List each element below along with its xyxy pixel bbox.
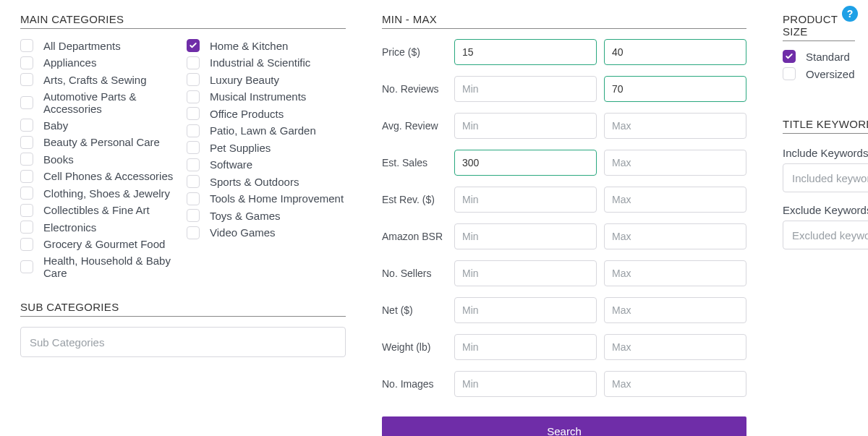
category-sports-outdoors[interactable]: Sports & Outdoors bbox=[187, 175, 346, 188]
category-electronics[interactable]: Electronics bbox=[20, 221, 179, 234]
category-software-label: Software bbox=[210, 158, 252, 171]
range-min-avg-review[interactable] bbox=[454, 113, 597, 139]
range-max-est-rev[interactable] bbox=[604, 187, 746, 213]
category-health-household-baby-care[interactable]: Health, Household & Baby Care bbox=[20, 255, 179, 279]
category-luxury-beauty[interactable]: Luxury Beauty bbox=[187, 73, 346, 86]
category-office-products[interactable]: Office Products bbox=[187, 107, 346, 120]
category-industrial-scientific-checkbox[interactable] bbox=[187, 56, 200, 69]
category-pet-supplies-checkbox[interactable] bbox=[187, 141, 200, 154]
range-max-weight-lb[interactable] bbox=[604, 334, 746, 360]
category-electronics-label: Electronics bbox=[43, 221, 96, 234]
category-musical-instruments-checkbox[interactable] bbox=[187, 90, 200, 103]
category-pet-supplies[interactable]: Pet Supplies bbox=[187, 141, 346, 154]
category-beauty-personal-care-label: Beauty & Personal Care bbox=[43, 136, 160, 148]
category-patio-lawn-garden-checkbox[interactable] bbox=[187, 124, 200, 137]
range-min-net[interactable] bbox=[454, 297, 597, 323]
category-health-household-baby-care-checkbox[interactable] bbox=[20, 260, 33, 273]
category-home-kitchen-checkbox[interactable] bbox=[187, 39, 200, 52]
category-grocery-gourmet-food-checkbox[interactable] bbox=[20, 238, 33, 251]
range-max-no-sellers[interactable] bbox=[604, 260, 746, 286]
category-arts-crafts-sewing-checkbox[interactable] bbox=[20, 73, 33, 86]
range-max-no-images[interactable] bbox=[604, 371, 746, 397]
category-home-kitchen-label: Home & Kitchen bbox=[210, 40, 288, 52]
category-patio-lawn-garden[interactable]: Patio, Lawn & Garden bbox=[187, 124, 346, 137]
category-baby-checkbox[interactable] bbox=[20, 119, 33, 132]
range-max-avg-review[interactable] bbox=[604, 113, 746, 139]
category-automotive-parts-accessories-checkbox[interactable] bbox=[20, 96, 33, 109]
range-label-est-rev: Est Rev. ($) bbox=[382, 194, 447, 205]
range-min-no-images[interactable] bbox=[454, 371, 597, 397]
sub-categories-input[interactable] bbox=[20, 327, 346, 357]
range-min-no-reviews[interactable] bbox=[454, 76, 597, 102]
range-min-est-rev[interactable] bbox=[454, 187, 597, 213]
range-min-est-sales[interactable] bbox=[454, 150, 597, 176]
product-size-standard-checkbox[interactable] bbox=[783, 50, 796, 63]
range-min-amazon-bsr[interactable] bbox=[454, 223, 597, 249]
category-beauty-personal-care[interactable]: Beauty & Personal Care bbox=[20, 136, 179, 149]
title-keywords-title: TITLE KEYWORDS bbox=[783, 118, 868, 134]
category-books-checkbox[interactable] bbox=[20, 153, 33, 166]
range-min-weight-lb[interactable] bbox=[454, 334, 597, 360]
category-clothing-shoes-jewelry[interactable]: Clothing, Shoes & Jewelry bbox=[20, 187, 179, 200]
category-tools-home-improvement-label: Tools & Home Improvement bbox=[210, 192, 344, 205]
range-row-avg-review: Avg. Review bbox=[382, 113, 746, 139]
category-office-products-checkbox[interactable] bbox=[187, 107, 200, 120]
category-appliances[interactable]: Appliances bbox=[20, 56, 179, 69]
category-clothing-shoes-jewelry-checkbox[interactable] bbox=[20, 187, 33, 200]
category-sports-outdoors-label: Sports & Outdoors bbox=[210, 176, 299, 188]
range-max-net[interactable] bbox=[604, 297, 746, 323]
category-beauty-personal-care-checkbox[interactable] bbox=[20, 136, 33, 149]
category-grocery-gourmet-food[interactable]: Grocery & Gourmet Food bbox=[20, 238, 179, 251]
range-row-amazon-bsr: Amazon BSR bbox=[382, 223, 746, 249]
range-label-no-images: No. Images bbox=[382, 378, 447, 390]
category-tools-home-improvement[interactable]: Tools & Home Improvement bbox=[187, 192, 346, 205]
category-electronics-checkbox[interactable] bbox=[20, 221, 33, 234]
category-home-kitchen[interactable]: Home & Kitchen bbox=[187, 39, 346, 52]
category-arts-crafts-sewing[interactable]: Arts, Crafts & Sewing bbox=[20, 73, 179, 86]
category-appliances-checkbox[interactable] bbox=[20, 56, 33, 69]
category-industrial-scientific[interactable]: Industrial & Scientific bbox=[187, 56, 346, 69]
range-min-price[interactable] bbox=[454, 39, 597, 65]
category-tools-home-improvement-checkbox[interactable] bbox=[187, 192, 200, 205]
product-size-standard[interactable]: Standard bbox=[783, 50, 855, 63]
category-cell-phones-accessories-checkbox[interactable] bbox=[20, 170, 33, 183]
category-toys-games[interactable]: Toys & Games bbox=[187, 209, 346, 222]
category-video-games-checkbox[interactable] bbox=[187, 226, 200, 239]
category-baby[interactable]: Baby bbox=[20, 119, 179, 132]
include-keywords-input[interactable] bbox=[783, 163, 868, 192]
category-arts-crafts-sewing-label: Arts, Crafts & Sewing bbox=[43, 74, 147, 86]
range-max-price[interactable] bbox=[604, 39, 746, 65]
exclude-keywords-input[interactable] bbox=[783, 221, 868, 249]
category-cell-phones-accessories[interactable]: Cell Phones & Accessories bbox=[20, 170, 179, 183]
category-clothing-shoes-jewelry-label: Clothing, Shoes & Jewelry bbox=[43, 187, 170, 200]
category-video-games-label: Video Games bbox=[210, 226, 276, 239]
range-max-no-reviews[interactable] bbox=[604, 76, 746, 102]
range-row-est-rev: Est Rev. ($) bbox=[382, 187, 746, 213]
category-collectibles-fine-art[interactable]: Collectibles & Fine Art bbox=[20, 204, 179, 217]
range-max-amazon-bsr[interactable] bbox=[604, 223, 746, 249]
category-software[interactable]: Software bbox=[187, 158, 346, 171]
category-toys-games-checkbox[interactable] bbox=[187, 209, 200, 222]
category-sports-outdoors-checkbox[interactable] bbox=[187, 175, 200, 188]
product-size-oversized[interactable]: Oversized bbox=[783, 67, 855, 80]
category-software-checkbox[interactable] bbox=[187, 158, 200, 171]
category-video-games[interactable]: Video Games bbox=[187, 226, 346, 239]
help-icon[interactable]: ? bbox=[842, 6, 858, 22]
category-collectibles-fine-art-checkbox[interactable] bbox=[20, 204, 33, 217]
product-size-oversized-checkbox[interactable] bbox=[783, 67, 796, 80]
category-automotive-parts-accessories[interactable]: Automotive Parts & Accessories bbox=[20, 90, 179, 115]
range-max-est-sales[interactable] bbox=[604, 150, 746, 176]
category-luxury-beauty-label: Luxury Beauty bbox=[210, 74, 279, 86]
range-min-no-sellers[interactable] bbox=[454, 260, 597, 286]
search-button[interactable]: Search bbox=[382, 416, 746, 436]
category-health-household-baby-care-label: Health, Household & Baby Care bbox=[43, 255, 179, 279]
category-musical-instruments[interactable]: Musical Instruments bbox=[187, 90, 346, 103]
category-luxury-beauty-checkbox[interactable] bbox=[187, 73, 200, 86]
sub-categories-title: SUB CATEGORIES bbox=[20, 301, 346, 317]
category-all-departments-checkbox[interactable] bbox=[20, 39, 33, 52]
range-row-price: Price ($) bbox=[382, 39, 746, 65]
category-all-departments[interactable]: All Departments bbox=[20, 39, 179, 52]
category-books[interactable]: Books bbox=[20, 153, 179, 166]
range-label-amazon-bsr: Amazon BSR bbox=[382, 231, 447, 242]
category-collectibles-fine-art-label: Collectibles & Fine Art bbox=[43, 204, 150, 216]
